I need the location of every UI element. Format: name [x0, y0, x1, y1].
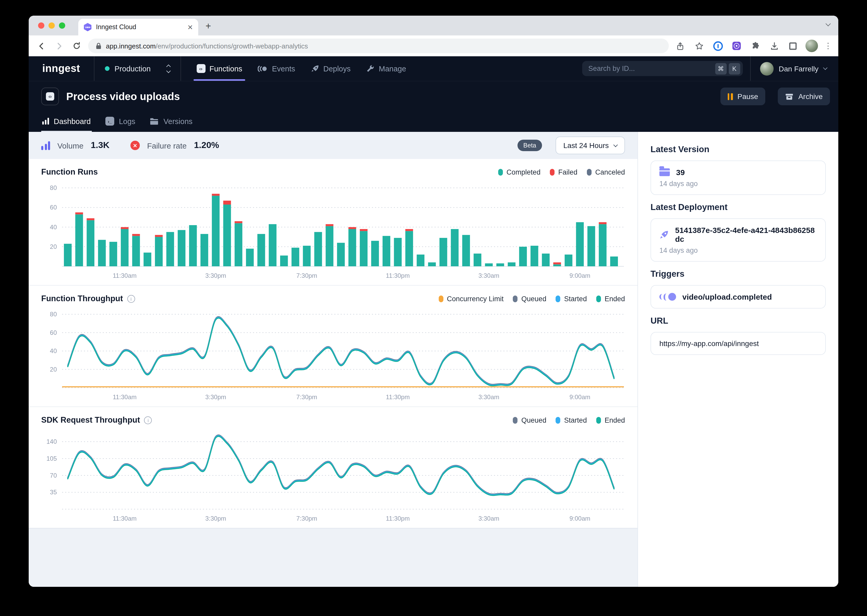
pause-icon: [727, 93, 733, 100]
latest-version-card: 39 14 days ago: [651, 160, 826, 195]
svg-text:40: 40: [50, 223, 57, 231]
close-window-button[interactable]: [38, 22, 44, 29]
minimize-window-button[interactable]: [49, 22, 55, 29]
k-keycap: K: [729, 63, 740, 74]
function-icon: ‹›: [41, 88, 59, 105]
browser-profile-avatar[interactable]: [806, 39, 818, 52]
range-chevron-down-icon: [613, 143, 618, 147]
browser-window: Inngest Cloud ✕ + app.inngest.com/env/pr…: [29, 16, 838, 587]
tab-title: Inngest Cloud: [96, 24, 183, 31]
sdk-throughput-panel: SDK Request Throughput i QueuedStartedEn…: [29, 407, 637, 528]
nav-item-manage[interactable]: Manage: [360, 56, 412, 81]
tab-search-chevron-icon[interactable]: [826, 21, 831, 26]
user-chevron-down-icon: [823, 66, 828, 70]
tab-versions[interactable]: Versions: [144, 112, 199, 132]
info-icon[interactable]: i: [144, 416, 152, 424]
legend-item: Ended: [596, 416, 625, 424]
legend-item: Queued: [513, 416, 547, 424]
archive-button[interactable]: Archive: [778, 88, 830, 105]
svg-text:35: 35: [50, 489, 57, 496]
browser-menu-icon[interactable]: ⋮: [824, 41, 832, 50]
svg-text:80: 80: [50, 311, 57, 317]
url-card: https://my-app.com/api/inngest: [651, 332, 826, 355]
svg-text:3:30pm: 3:30pm: [205, 393, 226, 401]
back-button[interactable]: [35, 39, 47, 52]
volume-label: Volume: [57, 141, 84, 150]
tab-logs[interactable]: ›_ Logs: [99, 112, 142, 132]
browser-tab[interactable]: Inngest Cloud ✕: [78, 19, 198, 35]
address-bar[interactable]: app.inngest.com/env/production/functions…: [88, 39, 669, 53]
legend-item: Queued: [513, 295, 547, 303]
svg-text:7:30pm: 7:30pm: [296, 272, 317, 279]
function-runs-chart: 2040608011:30am3:30pm7:30pm11:30pm3:30am…: [41, 179, 625, 281]
top-nav: inngest Production ‹› Functions Events: [29, 56, 838, 81]
svg-text:20: 20: [50, 366, 57, 373]
function-runs-panel: Function Runs CompletedFailedCanceled 20…: [29, 159, 637, 285]
latest-version-value: 39: [676, 168, 685, 177]
side-panel-icon[interactable]: [787, 39, 799, 52]
tab-dashboard[interactable]: Dashboard: [36, 112, 97, 132]
function-tabs: Dashboard ›_ Logs Versions: [29, 108, 838, 132]
info-icon[interactable]: i: [127, 295, 135, 303]
latest-version-heading: Latest Version: [651, 145, 826, 154]
pause-button[interactable]: Pause: [720, 88, 765, 105]
svg-text:9:00am: 9:00am: [569, 393, 590, 401]
bookmark-star-icon[interactable]: [693, 39, 705, 52]
function-title-row: ‹› Process video uploads Pause Archive: [29, 81, 838, 108]
svg-text:11:30pm: 11:30pm: [386, 515, 410, 522]
chart-legend: Concurrency LimitQueuedStartedEnded: [438, 295, 625, 303]
svg-text:11:30pm: 11:30pm: [386, 272, 410, 279]
share-icon[interactable]: [674, 39, 687, 52]
legend-item: Started: [556, 295, 587, 303]
new-tab-button[interactable]: +: [205, 21, 211, 32]
tab-close-icon[interactable]: ✕: [187, 24, 193, 30]
user-avatar: [760, 62, 774, 75]
environment-status-dot: [105, 66, 109, 71]
latest-deployment-card: 5141387e-35c2-4efe-a421-4843b86258dc 14 …: [651, 218, 826, 262]
lock-icon: [95, 42, 102, 50]
environment-switcher[interactable]: Production: [94, 56, 180, 81]
volume-value: 1.3K: [91, 140, 110, 151]
download-icon[interactable]: [768, 39, 780, 52]
zoom-window-button[interactable]: [59, 22, 65, 29]
legend-item: Completed: [498, 168, 541, 176]
time-range-select[interactable]: Last 24 Hours: [556, 137, 625, 154]
svg-text:140: 140: [46, 438, 57, 445]
legend-item: Failed: [550, 168, 577, 176]
dashboard-chart-icon: [42, 118, 49, 124]
nav-item-deploys[interactable]: Deploys: [304, 56, 357, 81]
details-sidebar: Latest Version 39 14 days ago Latest Dep…: [637, 132, 838, 587]
search-input[interactable]: [588, 64, 713, 72]
nav-item-events[interactable]: Events: [252, 56, 301, 81]
environment-updown-icon: [167, 65, 170, 72]
stats-bar: Volume 1.3K ✕ Failure rate 1.20% Beta La…: [29, 132, 637, 159]
chart-title: SDK Request Throughput: [41, 415, 140, 425]
svg-text:3:30pm: 3:30pm: [205, 515, 226, 522]
extension-app-icon[interactable]: [730, 39, 743, 52]
svg-text:3:30am: 3:30am: [478, 393, 499, 401]
svg-text:70: 70: [50, 472, 57, 479]
search-box[interactable]: ⌘ K: [582, 61, 743, 76]
app-header: inngest Production ‹› Functions Events: [29, 56, 838, 132]
chart-legend: QueuedStartedEnded: [513, 416, 625, 424]
function-throughput-chart: 2040608011:30am3:30pm7:30pm11:30pm3:30am…: [41, 305, 625, 402]
inngest-logo: inngest: [29, 56, 94, 81]
reload-button[interactable]: [71, 39, 83, 52]
forward-button[interactable]: [53, 39, 65, 52]
beta-badge: Beta: [517, 140, 542, 151]
failure-icon: ✕: [131, 141, 140, 150]
svg-text:20: 20: [50, 243, 57, 250]
legend-item: Started: [556, 416, 587, 424]
svg-text:11:30pm: 11:30pm: [386, 393, 410, 401]
user-menu[interactable]: Dan Farrelly: [751, 56, 839, 81]
url-value: https://my-app.com/api/inngest: [659, 339, 759, 347]
extensions-puzzle-icon[interactable]: [749, 39, 761, 52]
next-section-strip: [29, 528, 637, 587]
dashboard-main: Volume 1.3K ✕ Failure rate 1.20% Beta La…: [29, 132, 637, 587]
logs-terminal-icon: ›_: [106, 117, 114, 126]
password-manager-icon[interactable]: [711, 39, 724, 52]
latest-version-time: 14 days ago: [659, 180, 817, 188]
nav-item-functions[interactable]: ‹› Functions: [190, 56, 249, 81]
failure-label: Failure rate: [147, 141, 187, 150]
latest-deployment-heading: Latest Deployment: [651, 202, 826, 212]
